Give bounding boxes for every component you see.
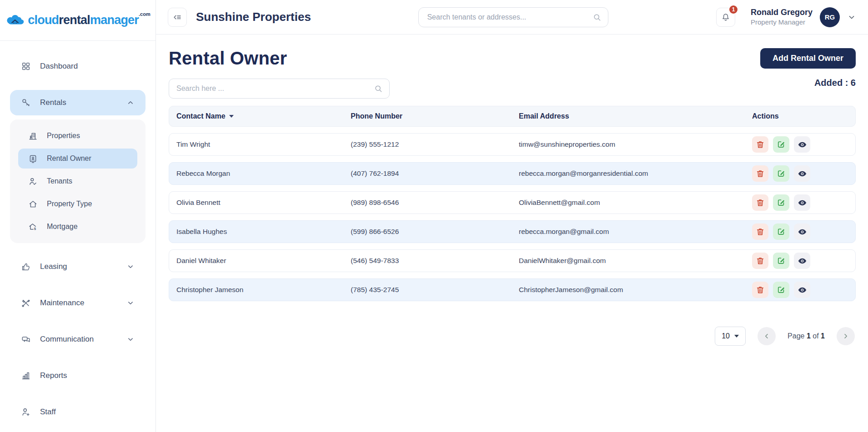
tools-icon bbox=[21, 298, 31, 308]
sidebar-item-communication[interactable]: Communication bbox=[10, 327, 146, 352]
notifications-button[interactable]: 1 bbox=[716, 8, 735, 27]
view-button[interactable] bbox=[794, 253, 810, 269]
edit-button[interactable] bbox=[773, 253, 789, 269]
column-header-contact-name[interactable]: Contact Name bbox=[169, 112, 343, 120]
total-pages: 1 bbox=[821, 332, 825, 340]
page-label: Page bbox=[788, 332, 804, 340]
edit-button[interactable] bbox=[773, 194, 789, 211]
page-size-select[interactable]: 10 bbox=[715, 327, 746, 346]
user-meta: Ronald Gregory Property Manager bbox=[751, 8, 813, 26]
chevron-down-icon[interactable] bbox=[847, 13, 856, 22]
chat-bubbles-icon bbox=[21, 334, 31, 344]
building-icon bbox=[28, 131, 38, 141]
user-check-icon bbox=[28, 177, 38, 186]
logo-wordmark: cloudrentalmanager.com bbox=[28, 13, 150, 27]
table-search-input[interactable] bbox=[176, 84, 374, 93]
column-header-label: Actions bbox=[752, 112, 779, 120]
table-row: Daniel Whitaker (546) 549-7833 DanielWhi… bbox=[169, 249, 856, 272]
sidebar-item-reports[interactable]: Reports bbox=[10, 363, 146, 388]
phone-cell: (599) 866-6526 bbox=[343, 228, 512, 236]
content: Rental Owner Add Rental Owner Added : 6 … bbox=[156, 35, 868, 432]
user-role: Property Manager bbox=[751, 18, 813, 27]
trash-icon bbox=[756, 256, 765, 265]
table-header-row: Contact Name Phone Number Email Address … bbox=[169, 106, 856, 127]
sidebar-item-label: Reports bbox=[40, 371, 67, 380]
trash-icon bbox=[756, 198, 765, 207]
edit-button[interactable] bbox=[773, 136, 789, 153]
actions-cell bbox=[745, 282, 855, 298]
table-row: Isabella Hughes (599) 866-6526 rebecca.m… bbox=[169, 220, 856, 243]
delete-button[interactable] bbox=[752, 136, 768, 153]
table-search bbox=[169, 79, 390, 99]
content-head-right: Add Rental Owner Added : 6 bbox=[760, 46, 856, 88]
sidebar-item-staff[interactable]: Staff bbox=[10, 399, 146, 425]
column-header-phone: Phone Number bbox=[343, 112, 512, 120]
sidebar-item-dashboard[interactable]: Dashboard bbox=[10, 54, 146, 79]
view-button[interactable] bbox=[794, 165, 810, 182]
view-button[interactable] bbox=[794, 223, 810, 240]
delete-button[interactable] bbox=[752, 282, 768, 298]
edit-button[interactable] bbox=[773, 223, 789, 240]
trash-icon bbox=[756, 285, 765, 294]
sidebar-item-label: Staff bbox=[40, 407, 56, 417]
previous-page-button[interactable] bbox=[758, 327, 776, 345]
actions-cell bbox=[745, 165, 855, 182]
sidebar-item-label: Property Type bbox=[47, 200, 92, 208]
delete-button[interactable] bbox=[752, 194, 768, 211]
bell-icon bbox=[721, 12, 731, 22]
view-button[interactable] bbox=[794, 282, 810, 298]
bar-chart-icon bbox=[21, 371, 31, 381]
sidebar-item-label: Communication bbox=[40, 335, 94, 344]
sidebar-item-rentals[interactable]: Rentals bbox=[10, 90, 146, 115]
sidebar-item-label: Rentals bbox=[40, 98, 66, 107]
delete-button[interactable] bbox=[752, 253, 768, 269]
trash-icon bbox=[756, 140, 765, 149]
add-rental-owner-button[interactable]: Add Rental Owner bbox=[760, 48, 856, 69]
view-button[interactable] bbox=[794, 136, 810, 153]
collapse-sidebar-button[interactable] bbox=[168, 8, 187, 27]
next-page-button[interactable] bbox=[837, 327, 855, 345]
table-row: Tim Wright (239) 555-1212 timw@sunshinep… bbox=[169, 133, 856, 156]
of-label: of bbox=[813, 332, 818, 340]
trash-icon bbox=[756, 169, 765, 178]
contact-name-cell: Daniel Whitaker bbox=[169, 257, 343, 265]
sidebar-item-leasing[interactable]: Leasing bbox=[10, 254, 146, 279]
content-head: Rental Owner Add Rental Owner Added : 6 bbox=[169, 46, 856, 99]
main-area: Sunshine Properties 1 Ronald Gregory Pro… bbox=[156, 0, 868, 432]
phone-cell: (785) 435-2745 bbox=[343, 286, 512, 294]
chevron-up-icon bbox=[126, 99, 135, 107]
search-icon bbox=[592, 13, 602, 22]
avatar[interactable]: RG bbox=[820, 7, 840, 27]
home-dollar-icon bbox=[28, 222, 38, 232]
rental-owner-table: Contact Name Phone Number Email Address … bbox=[169, 106, 856, 301]
contact-name-cell: Tim Wright bbox=[169, 140, 343, 149]
delete-button[interactable] bbox=[752, 223, 768, 240]
view-button[interactable] bbox=[794, 194, 810, 211]
chevron-down-icon bbox=[126, 299, 135, 307]
sidebar-item-properties[interactable]: Properties bbox=[18, 126, 137, 146]
edit-button[interactable] bbox=[773, 282, 789, 298]
chevron-down-icon bbox=[126, 335, 135, 343]
global-search-input[interactable] bbox=[427, 13, 592, 21]
edit-pencil-icon bbox=[777, 227, 786, 236]
sidebar-item-maintenance[interactable]: Maintenance bbox=[10, 290, 146, 316]
user-name: Ronald Gregory bbox=[751, 8, 813, 18]
page-info: Page 1 of 1 bbox=[788, 332, 825, 340]
sidebar-item-label: Properties bbox=[47, 132, 80, 140]
sidebar-item-rental-owner[interactable]: Rental Owner bbox=[18, 149, 137, 169]
actions-cell bbox=[745, 194, 855, 211]
page-size-value: 10 bbox=[722, 332, 730, 340]
app-logo[interactable]: cloudrentalmanager.com bbox=[5, 13, 150, 27]
global-search bbox=[418, 7, 608, 27]
sidebar-item-property-type[interactable]: Property Type bbox=[18, 194, 137, 214]
sidebar-item-tenants[interactable]: Tenants bbox=[18, 171, 137, 191]
sidebar-item-mortgage[interactable]: Mortgage bbox=[18, 217, 137, 237]
sidebar: cloudrentalmanager.com Dashboard Rentals… bbox=[0, 0, 156, 432]
edit-button[interactable] bbox=[773, 165, 789, 182]
delete-button[interactable] bbox=[752, 165, 768, 182]
contact-name-cell: Rebecca Morgan bbox=[169, 169, 343, 178]
sidebar-item-label: Tenants bbox=[47, 177, 72, 185]
table-row: Rebecca Morgan (407) 762-1894 rebecca.mo… bbox=[169, 162, 856, 185]
eye-icon bbox=[798, 140, 807, 149]
phone-cell: (407) 762-1894 bbox=[343, 169, 512, 178]
